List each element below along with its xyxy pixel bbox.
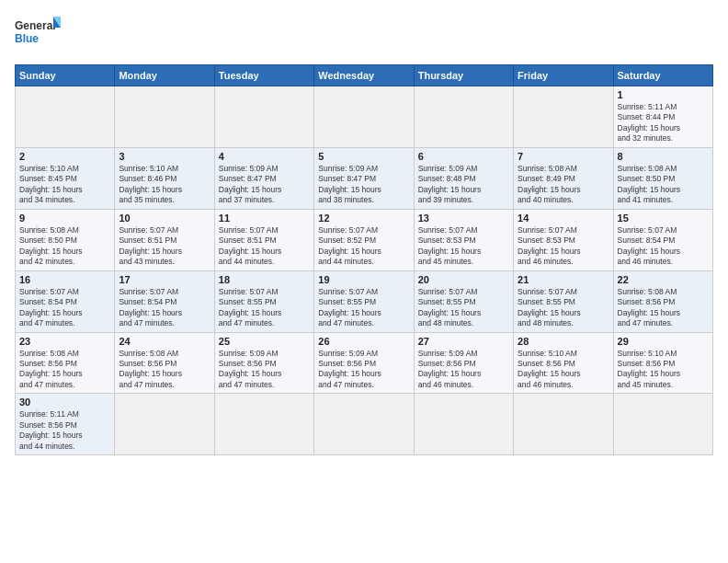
day-number: 15 [618, 213, 709, 224]
day-info: Sunrise: 5:07 AM Sunset: 8:54 PM Dayligh… [618, 225, 709, 268]
calendar-week-5: 23Sunrise: 5:08 AM Sunset: 8:56 PM Dayli… [16, 332, 713, 394]
calendar-cell: 26Sunrise: 5:09 AM Sunset: 8:56 PM Dayli… [314, 332, 414, 394]
calendar-cell: 30Sunrise: 5:11 AM Sunset: 8:56 PM Dayli… [16, 394, 115, 455]
day-number: 25 [219, 336, 310, 347]
day-number: 20 [418, 274, 509, 285]
calendar-cell: 15Sunrise: 5:07 AM Sunset: 8:54 PM Dayli… [613, 209, 712, 270]
calendar-week-2: 2Sunrise: 5:10 AM Sunset: 8:45 PM Daylig… [16, 147, 713, 209]
calendar-cell: 28Sunrise: 5:10 AM Sunset: 8:56 PM Dayli… [514, 332, 613, 394]
day-info: Sunrise: 5:11 AM Sunset: 8:56 PM Dayligh… [19, 409, 110, 452]
calendar-cell: 9Sunrise: 5:08 AM Sunset: 8:50 PM Daylig… [16, 209, 115, 270]
day-number: 27 [418, 336, 509, 347]
day-number: 22 [618, 274, 709, 285]
day-number: 10 [119, 213, 210, 224]
day-info: Sunrise: 5:07 AM Sunset: 8:51 PM Dayligh… [219, 225, 310, 268]
day-number: 5 [318, 151, 409, 162]
calendar-week-6: 30Sunrise: 5:11 AM Sunset: 8:56 PM Dayli… [16, 394, 713, 455]
calendar-cell: 12Sunrise: 5:07 AM Sunset: 8:52 PM Dayli… [314, 209, 414, 270]
day-number: 18 [219, 274, 310, 285]
day-info: Sunrise: 5:08 AM Sunset: 8:50 PM Dayligh… [19, 225, 110, 268]
calendar-cell: 8Sunrise: 5:08 AM Sunset: 8:50 PM Daylig… [613, 147, 712, 209]
calendar-cell [514, 394, 613, 455]
day-number: 13 [418, 213, 509, 224]
day-number: 12 [318, 213, 409, 224]
day-info: Sunrise: 5:07 AM Sunset: 8:54 PM Dayligh… [119, 287, 210, 329]
calendar-cell [16, 86, 115, 148]
day-number: 9 [19, 213, 110, 224]
calendar-cell: 25Sunrise: 5:09 AM Sunset: 8:56 PM Dayli… [214, 332, 313, 394]
calendar-week-3: 9Sunrise: 5:08 AM Sunset: 8:50 PM Daylig… [16, 209, 713, 270]
day-number: 30 [19, 396, 110, 408]
day-number: 2 [19, 151, 110, 162]
day-info: Sunrise: 5:07 AM Sunset: 8:53 PM Dayligh… [418, 225, 509, 268]
day-info: Sunrise: 5:10 AM Sunset: 8:46 PM Dayligh… [119, 164, 210, 206]
calendar-week-4: 16Sunrise: 5:07 AM Sunset: 8:54 PM Dayli… [16, 270, 713, 332]
calendar-cell: 2Sunrise: 5:10 AM Sunset: 8:45 PM Daylig… [16, 147, 115, 209]
day-info: Sunrise: 5:09 AM Sunset: 8:47 PM Dayligh… [318, 164, 409, 206]
svg-text:Blue: Blue [15, 32, 39, 45]
day-number: 23 [19, 336, 110, 347]
calendar-table: SundayMondayTuesdayWednesdayThursdayFrid… [15, 64, 713, 455]
calendar-cell: 27Sunrise: 5:09 AM Sunset: 8:56 PM Dayli… [414, 332, 513, 394]
calendar-cell [314, 394, 414, 455]
day-info: Sunrise: 5:07 AM Sunset: 8:54 PM Dayligh… [19, 287, 110, 329]
calendar-cell: 11Sunrise: 5:07 AM Sunset: 8:51 PM Dayli… [214, 209, 313, 270]
calendar-cell: 22Sunrise: 5:08 AM Sunset: 8:56 PM Dayli… [613, 270, 712, 332]
calendar-cell [214, 394, 313, 455]
calendar-cell [214, 86, 313, 148]
day-number: 19 [318, 274, 409, 285]
calendar-cell: 13Sunrise: 5:07 AM Sunset: 8:53 PM Dayli… [414, 209, 513, 270]
calendar-cell: 7Sunrise: 5:08 AM Sunset: 8:49 PM Daylig… [514, 147, 613, 209]
weekday-header-tuesday: Tuesday [214, 65, 313, 86]
calendar-week-1: 1Sunrise: 5:11 AM Sunset: 8:44 PM Daylig… [16, 86, 713, 148]
day-info: Sunrise: 5:07 AM Sunset: 8:53 PM Dayligh… [518, 225, 609, 268]
day-number: 28 [518, 336, 609, 347]
calendar-cell [115, 86, 214, 148]
svg-text:General: General [15, 19, 56, 32]
day-info: Sunrise: 5:09 AM Sunset: 8:48 PM Dayligh… [418, 164, 509, 206]
calendar-cell [115, 394, 214, 455]
day-info: Sunrise: 5:07 AM Sunset: 8:55 PM Dayligh… [219, 287, 310, 329]
calendar-cell: 6Sunrise: 5:09 AM Sunset: 8:48 PM Daylig… [414, 147, 513, 209]
day-number: 1 [618, 89, 709, 100]
calendar-header-row: SundayMondayTuesdayWednesdayThursdayFrid… [16, 65, 713, 86]
calendar-cell [514, 86, 613, 148]
day-number: 21 [518, 274, 609, 285]
day-info: Sunrise: 5:09 AM Sunset: 8:56 PM Dayligh… [418, 349, 509, 391]
weekday-header-thursday: Thursday [414, 65, 513, 86]
calendar-cell: 4Sunrise: 5:09 AM Sunset: 8:47 PM Daylig… [214, 147, 313, 209]
day-info: Sunrise: 5:10 AM Sunset: 8:56 PM Dayligh… [618, 349, 709, 391]
day-number: 6 [418, 151, 509, 162]
day-info: Sunrise: 5:07 AM Sunset: 8:55 PM Dayligh… [418, 287, 509, 329]
day-info: Sunrise: 5:11 AM Sunset: 8:44 PM Dayligh… [618, 102, 709, 144]
day-number: 11 [219, 213, 310, 224]
calendar-cell: 16Sunrise: 5:07 AM Sunset: 8:54 PM Dayli… [16, 270, 115, 332]
day-number: 3 [119, 151, 210, 162]
day-number: 16 [19, 274, 110, 285]
day-number: 24 [119, 336, 210, 347]
calendar-cell: 29Sunrise: 5:10 AM Sunset: 8:56 PM Dayli… [613, 332, 712, 394]
calendar-cell [613, 394, 712, 455]
weekday-header-saturday: Saturday [613, 65, 712, 86]
day-info: Sunrise: 5:09 AM Sunset: 8:47 PM Dayligh… [219, 164, 310, 206]
calendar-cell [314, 86, 414, 148]
day-info: Sunrise: 5:10 AM Sunset: 8:45 PM Dayligh… [19, 164, 110, 206]
calendar-cell: 18Sunrise: 5:07 AM Sunset: 8:55 PM Dayli… [214, 270, 313, 332]
calendar-cell: 19Sunrise: 5:07 AM Sunset: 8:55 PM Dayli… [314, 270, 414, 332]
logo: General Blue [15, 15, 61, 55]
day-info: Sunrise: 5:07 AM Sunset: 8:51 PM Dayligh… [119, 225, 210, 268]
calendar-cell [414, 86, 513, 148]
logo-svg: General Blue [15, 15, 61, 55]
day-info: Sunrise: 5:09 AM Sunset: 8:56 PM Dayligh… [219, 349, 310, 391]
page-header: General Blue [15, 15, 713, 55]
day-info: Sunrise: 5:08 AM Sunset: 8:56 PM Dayligh… [19, 349, 110, 391]
day-info: Sunrise: 5:08 AM Sunset: 8:56 PM Dayligh… [119, 349, 210, 391]
day-info: Sunrise: 5:07 AM Sunset: 8:52 PM Dayligh… [318, 225, 409, 268]
day-info: Sunrise: 5:08 AM Sunset: 8:50 PM Dayligh… [618, 164, 709, 206]
day-info: Sunrise: 5:08 AM Sunset: 8:49 PM Dayligh… [518, 164, 609, 206]
day-number: 29 [618, 336, 709, 347]
calendar-cell: 5Sunrise: 5:09 AM Sunset: 8:47 PM Daylig… [314, 147, 414, 209]
calendar-cell: 17Sunrise: 5:07 AM Sunset: 8:54 PM Dayli… [115, 270, 214, 332]
weekday-header-sunday: Sunday [16, 65, 115, 86]
calendar-cell: 3Sunrise: 5:10 AM Sunset: 8:46 PM Daylig… [115, 147, 214, 209]
